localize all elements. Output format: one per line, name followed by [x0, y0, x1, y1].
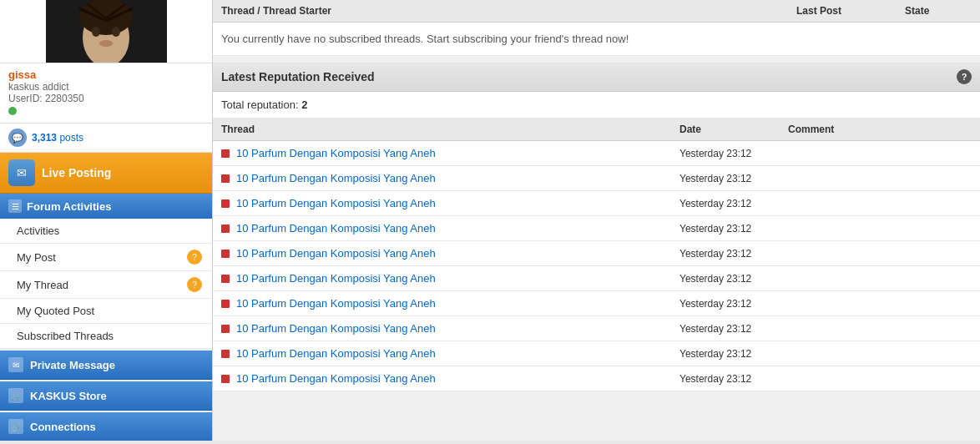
svg-point-3 — [92, 27, 100, 37]
reputation-row: 10 Parfum Dengan Komposisi Yang Aneh Yes… — [213, 216, 980, 241]
svg-point-5 — [99, 40, 113, 47]
rep-col-thread-header: Thread — [221, 124, 679, 135]
rep-dot — [221, 174, 230, 183]
sidebar-item-activities[interactable]: Activities — [0, 219, 212, 244]
rep-date: Yesterday 23:12 — [679, 248, 788, 260]
reputation-row: 10 Parfum Dengan Komposisi Yang Aneh Yes… — [213, 241, 980, 266]
private-message-label: Private Message — [30, 359, 115, 371]
col-state-header: State — [905, 5, 972, 17]
connections-label: Connections — [30, 421, 96, 433]
posts-count: 3,313 posts — [32, 132, 83, 144]
rep-col-date-header: Date — [679, 124, 788, 135]
my-post-badge: ? — [187, 250, 202, 265]
user-role: kaskus addict — [8, 81, 204, 93]
sidebar-item-subscribed-threads[interactable]: Subscribed Threads — [0, 324, 212, 349]
rep-thread-link[interactable]: 10 Parfum Dengan Komposisi Yang Aneh — [236, 372, 679, 385]
rep-thread-link[interactable]: 10 Parfum Dengan Komposisi Yang Aneh — [236, 272, 679, 285]
online-status-dot — [8, 107, 17, 115]
avatar-section — [0, 0, 212, 63]
help-icon[interactable]: ? — [957, 69, 972, 84]
my-thread-label: My Thread — [17, 279, 68, 291]
reputation-rows: 10 Parfum Dengan Komposisi Yang Aneh Yes… — [213, 141, 980, 391]
rep-thread-link[interactable]: 10 Parfum Dengan Komposisi Yang Aneh — [236, 322, 679, 335]
my-thread-badge: ? — [187, 277, 202, 292]
live-posting-button[interactable]: ✉ Live Posting — [0, 153, 212, 194]
reputation-row: 10 Parfum Dengan Komposisi Yang Aneh Yes… — [213, 316, 980, 341]
live-posting-icon: ✉ — [8, 159, 35, 186]
connections-icon: 🔗 — [8, 419, 23, 434]
rep-thread-link[interactable]: 10 Parfum Dengan Komposisi Yang Aneh — [236, 197, 679, 209]
avatar-image — [46, 0, 167, 63]
rep-dot — [221, 300, 230, 308]
forum-activities-label: Forum Activities — [27, 200, 111, 213]
rep-thread-link[interactable]: 10 Parfum Dengan Komposisi Yang Aneh — [236, 347, 679, 360]
username[interactable]: gissa — [8, 68, 204, 81]
svg-point-4 — [112, 27, 120, 37]
user-id: UserID: 2280350 — [8, 93, 204, 104]
reputation-row: 10 Parfum Dengan Komposisi Yang Aneh Yes… — [213, 266, 980, 291]
connections-button[interactable]: 🔗 Connections — [0, 412, 212, 441]
rep-date: Yesterday 23:12 — [679, 173, 788, 184]
reputation-row: 10 Parfum Dengan Komposisi Yang Aneh Yes… — [213, 166, 980, 191]
rep-date: Yesterday 23:12 — [679, 273, 788, 285]
rep-dot — [221, 149, 230, 158]
private-message-button[interactable]: ✉ Private Message — [0, 351, 212, 380]
rep-dot — [221, 275, 230, 283]
rep-date: Yesterday 23:12 — [679, 298, 788, 310]
subscribed-threads-header: Thread / Thread Starter Last Post State — [213, 0, 980, 23]
reputation-section: Latest Reputation Received ? Total reput… — [213, 63, 980, 391]
col-lastpost-header: Last Post — [796, 5, 905, 17]
reputation-row: 10 Parfum Dengan Komposisi Yang Aneh Yes… — [213, 291, 980, 316]
posts-count-section: 💬 3,313 posts — [0, 124, 212, 153]
rep-thread-link[interactable]: 10 Parfum Dengan Komposisi Yang Aneh — [236, 147, 679, 159]
forum-activities-icon: ☰ — [8, 199, 22, 213]
posts-icon: 💬 — [8, 129, 27, 147]
private-message-icon: ✉ — [8, 357, 23, 372]
rep-dot — [221, 250, 230, 258]
rep-dot — [221, 199, 230, 208]
reputation-header: Latest Reputation Received ? — [213, 63, 980, 92]
my-post-label: My Post — [17, 251, 56, 264]
reputation-total-value: 2 — [301, 98, 307, 111]
rep-dot — [221, 325, 230, 333]
activities-label: Activities — [17, 225, 59, 237]
rep-date: Yesterday 23:12 — [679, 198, 788, 209]
col-thread-header: Thread / Thread Starter — [221, 5, 796, 17]
main-content: Thread / Thread Starter Last Post State … — [213, 0, 980, 441]
rep-date: Yesterday 23:12 — [679, 323, 788, 335]
rep-date: Yesterday 23:12 — [679, 373, 788, 385]
reputation-row: 10 Parfum Dengan Komposisi Yang Aneh Yes… — [213, 341, 980, 366]
rep-thread-link[interactable]: 10 Parfum Dengan Komposisi Yang Aneh — [236, 247, 679, 260]
kaskus-store-button[interactable]: 🛒 KASKUS Store — [0, 381, 212, 411]
rep-dot — [221, 225, 230, 233]
rep-dot — [221, 350, 230, 358]
reputation-row: 10 Parfum Dengan Komposisi Yang Aneh Yes… — [213, 191, 980, 216]
reputation-row: 10 Parfum Dengan Komposisi Yang Aneh Yes… — [213, 366, 980, 391]
sidebar: gissa kaskus addict UserID: 2280350 💬 3,… — [0, 0, 213, 441]
sidebar-item-my-post[interactable]: My Post ? — [0, 244, 212, 271]
subscribed-threads-label: Subscribed Threads — [17, 330, 114, 342]
avatar — [46, 0, 167, 63]
reputation-row: 10 Parfum Dengan Komposisi Yang Aneh Yes… — [213, 141, 980, 166]
no-threads-message: You currently have no subscribed threads… — [213, 23, 980, 56]
reputation-table-header: Thread Date Comment — [213, 119, 980, 141]
rep-thread-link[interactable]: 10 Parfum Dengan Komposisi Yang Aneh — [236, 172, 679, 184]
sidebar-item-my-thread[interactable]: My Thread ? — [0, 271, 212, 299]
forum-activities-header[interactable]: ☰ Forum Activities — [0, 194, 212, 219]
reputation-title: Latest Reputation Received — [221, 70, 375, 83]
rep-dot — [221, 375, 230, 383]
rep-thread-link[interactable]: 10 Parfum Dengan Komposisi Yang Aneh — [236, 222, 679, 235]
user-info: gissa kaskus addict UserID: 2280350 — [0, 63, 212, 124]
live-posting-label: Live Posting — [42, 166, 111, 179]
rep-date: Yesterday 23:12 — [679, 348, 788, 360]
quoted-post-label: My Quoted Post — [17, 305, 94, 317]
reputation-total: Total reputation: 2 — [213, 92, 980, 119]
sidebar-item-quoted-post[interactable]: My Quoted Post — [0, 299, 212, 324]
kaskus-store-icon: 🛒 — [8, 388, 23, 403]
rep-date: Yesterday 23:12 — [679, 223, 788, 235]
rep-date: Yesterday 23:12 — [679, 148, 788, 159]
rep-col-comment-header: Comment — [788, 124, 972, 135]
rep-thread-link[interactable]: 10 Parfum Dengan Komposisi Yang Aneh — [236, 297, 679, 310]
subscribed-threads-section: Thread / Thread Starter Last Post State … — [213, 0, 980, 56]
kaskus-store-label: KASKUS Store — [30, 390, 107, 402]
